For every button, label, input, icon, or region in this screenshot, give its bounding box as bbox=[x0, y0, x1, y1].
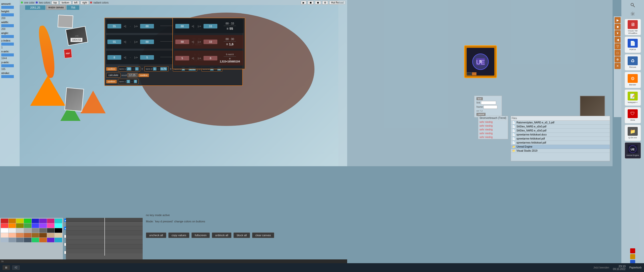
calc-input-r3a[interactable] bbox=[175, 56, 189, 60]
calc-panel-right[interactable]: <| |-> 88 · 33 = 55 <| |-> 88 · 30 = 1,6 bbox=[172, 18, 245, 69]
color-burnt[interactable] bbox=[39, 238, 47, 242]
color-tan[interactable] bbox=[47, 233, 55, 237]
search-icon[interactable] bbox=[629, 1, 636, 9]
side-tool-2[interactable]: ◆ bbox=[615, 24, 621, 30]
icon-btn-play[interactable]: ▶ bbox=[301, 1, 306, 5]
file-item-2[interactable]: 📄 SASIex_NARE-e_s0x0.pdf bbox=[511, 125, 610, 129]
file-item-6[interactable]: 📄 spreetarmes-hirbloksel.pdf bbox=[511, 141, 610, 145]
color-bright-purple[interactable] bbox=[39, 223, 47, 228]
color-med-green[interactable] bbox=[24, 223, 31, 228]
color-green[interactable] bbox=[24, 219, 31, 223]
text-btn[interactable]: text bbox=[476, 97, 483, 100]
calculate-btn[interactable]: calculate bbox=[106, 73, 120, 78]
calc-input-2b[interactable] bbox=[140, 40, 154, 44]
calc-input-r3b[interactable] bbox=[204, 56, 217, 60]
color-purple[interactable] bbox=[39, 219, 47, 223]
confirm-btn-2[interactable]: confirm bbox=[138, 74, 149, 77]
canvas-input-2[interactable] bbox=[67, 5, 79, 10]
side-tool-7[interactable]: ⊕ bbox=[615, 56, 621, 62]
color-violet[interactable] bbox=[47, 238, 55, 242]
block-all-btn[interactable]: block all bbox=[233, 232, 250, 238]
color-steel3[interactable] bbox=[16, 238, 24, 242]
color-cream[interactable] bbox=[55, 233, 62, 237]
color-verydark[interactable] bbox=[47, 228, 55, 233]
top-btn[interactable]: top bbox=[52, 1, 59, 5]
app-icon-pdf24[interactable]: 📄 PDF24 bbox=[625, 37, 641, 53]
copy-values-btn[interactable]: copy values bbox=[168, 232, 189, 238]
color-brown1[interactable] bbox=[32, 233, 39, 237]
side-tool-4[interactable]: ◀ bbox=[615, 37, 621, 43]
color-bright-blue[interactable] bbox=[32, 223, 39, 228]
clear-canvas-btn[interactable]: clear canvas bbox=[252, 232, 274, 238]
color-yellow[interactable] bbox=[16, 219, 24, 223]
color-lightgrey[interactable] bbox=[16, 228, 24, 233]
color-pink[interactable] bbox=[47, 219, 55, 223]
color-emerald[interactable] bbox=[32, 238, 39, 242]
left-btn[interactable]: left bbox=[72, 1, 79, 5]
color-medgrey[interactable] bbox=[24, 228, 31, 233]
side-tool-1[interactable]: ▶ bbox=[615, 17, 621, 23]
color-steel1[interactable] bbox=[1, 238, 8, 242]
confirm-btn-1[interactable]: confirm bbox=[106, 67, 117, 71]
link-input[interactable] bbox=[481, 101, 496, 105]
side-tool-3[interactable]: ▼ bbox=[615, 30, 621, 36]
cancel-btn[interactable]: cancel bbox=[476, 113, 486, 116]
color-orange[interactable] bbox=[9, 219, 16, 223]
confirm-btn-3[interactable]: confirm bbox=[106, 80, 117, 83]
result-input[interactable] bbox=[128, 73, 138, 77]
color-hot-pink[interactable] bbox=[47, 223, 55, 228]
resize-canvas-btn[interactable]: resize canvas bbox=[46, 5, 66, 10]
color-grey[interactable] bbox=[32, 228, 39, 233]
icon-btn-stop[interactable]: ⏹ bbox=[308, 1, 314, 5]
color-dark-yellow[interactable] bbox=[16, 223, 24, 228]
file-item-8[interactable]: 📁 Visual Studio 2019 bbox=[511, 149, 610, 153]
canvas-input-1[interactable] bbox=[25, 5, 45, 10]
side-tool-5[interactable]: ▽ bbox=[615, 43, 621, 49]
color-skin3[interactable] bbox=[16, 233, 24, 237]
color-steel2[interactable] bbox=[9, 238, 16, 242]
color-red[interactable] bbox=[1, 219, 8, 223]
color-teal[interactable] bbox=[55, 238, 62, 242]
color-bright-cyan[interactable] bbox=[55, 223, 62, 228]
fullscreen-btn[interactable]: fullscreen bbox=[191, 232, 210, 238]
side-tool-8[interactable]: ✕ bbox=[615, 63, 621, 69]
color-steel4[interactable] bbox=[24, 238, 31, 242]
color-white[interactable] bbox=[1, 228, 8, 233]
calc-input-1a[interactable] bbox=[107, 24, 121, 28]
color-darkgrey[interactable] bbox=[39, 228, 47, 233]
tray-icon-1[interactable] bbox=[630, 248, 635, 253]
color-black[interactable] bbox=[55, 228, 62, 233]
icon-btn-rec[interactable]: ⏺ bbox=[315, 1, 321, 5]
app-icon-recuva[interactable]: ♻ Recuva bbox=[625, 54, 641, 71]
side-tool-6[interactable]: □ bbox=[615, 50, 621, 56]
file-item-7[interactable]: 📁 Unreal Engine bbox=[511, 145, 610, 149]
color-nearwhite[interactable] bbox=[9, 228, 16, 233]
taskbar-start-btn[interactable]: ⊞ bbox=[3, 265, 10, 270]
app-icon-notepadpp[interactable]: 📝 Notepad++ bbox=[625, 89, 641, 106]
file-item-3[interactable]: 📄 SASIex_NARE-e_s0x0.pdf bbox=[511, 129, 610, 133]
color-skin4[interactable] bbox=[24, 233, 31, 237]
calc-input-1b[interactable] bbox=[140, 24, 154, 28]
color-blue[interactable] bbox=[32, 219, 39, 223]
color-cyan[interactable] bbox=[55, 219, 62, 223]
calc-input-2a[interactable] bbox=[107, 40, 121, 44]
file-list-panel[interactable]: Files 📄 Ratsmenüplan_NARE-e_s0_1.pdf 📄 S… bbox=[511, 116, 610, 161]
file-item-4[interactable]: 📄 spreetarme-hirbloksel.docx bbox=[511, 133, 610, 137]
unblock-all-btn[interactable]: unblock all bbox=[212, 232, 231, 238]
color-brown2[interactable] bbox=[39, 233, 47, 237]
app-icon-blender[interactable]: ⚙ Blender bbox=[625, 72, 641, 88]
bottom-btn[interactable]: bottom bbox=[60, 1, 71, 5]
calc-input-r1a[interactable] bbox=[175, 24, 189, 28]
app-icon-unreal[interactable]: UE Unreal Engine bbox=[625, 142, 641, 159]
app-icon-oracle[interactable]: 🖥 Oracle VM VirtualBox bbox=[625, 19, 641, 35]
taskbar-item-1[interactable]: #2 bbox=[12, 265, 20, 270]
calc-input-r2b[interactable] bbox=[204, 40, 217, 44]
file-item-5[interactable]: 📄 spreetarme-hirbloksel.pdf bbox=[511, 137, 610, 141]
calc-input-3a[interactable] bbox=[107, 55, 121, 60]
calc-input-r1b[interactable] bbox=[204, 24, 217, 28]
app-icon-qdir[interactable]: 📁 Q-Dir.exe bbox=[625, 125, 641, 141]
calc-input-r2a[interactable] bbox=[175, 40, 189, 44]
frame-input[interactable] bbox=[484, 105, 497, 109]
color-skin2[interactable] bbox=[9, 233, 16, 237]
color-skin1[interactable] bbox=[1, 233, 8, 237]
